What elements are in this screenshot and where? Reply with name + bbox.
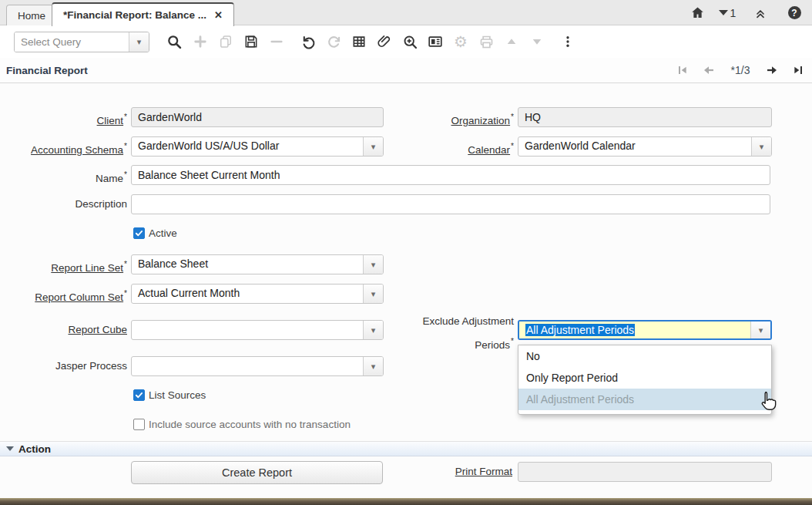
mouse-hand-cursor (758, 390, 778, 413)
last-record-icon[interactable] (790, 62, 806, 78)
select-query-combobox[interactable]: ▾ (14, 32, 149, 52)
client-label: Client* (0, 107, 127, 131)
window-title-bar: Financial Report *1/3 (0, 58, 812, 83)
include-source-accounts-checkbox-label: Include source accounts with no transact… (149, 419, 351, 430)
status-bar (0, 498, 812, 505)
parent-record-icon[interactable] (503, 32, 520, 51)
home-icon[interactable] (684, 0, 710, 25)
window-list-dropdown[interactable]: 1 (710, 0, 744, 25)
include-source-accounts-checkbox[interactable] (133, 419, 145, 430)
name-input[interactable] (131, 165, 770, 185)
report-line-set-combobox[interactable]: Balance Sheet ▾ (131, 254, 384, 274)
chevron-down-icon[interactable]: ▾ (750, 322, 770, 338)
exclude-adjustment-periods-dropdown: No Only Report Period All Adjustment Per… (518, 345, 772, 415)
report-column-set-value: Actual Current Month (132, 284, 363, 303)
action-section-label: Action (18, 443, 51, 455)
active-checkbox[interactable] (133, 227, 145, 239)
select-query-input[interactable] (15, 32, 129, 52)
jasper-process-combobox[interactable]: ▾ (131, 356, 384, 376)
organization-label: Organization* (308, 107, 514, 131)
first-record-icon[interactable] (675, 62, 690, 78)
report-cube-label: Report Cube (0, 320, 127, 340)
chevron-down-icon[interactable]: ▾ (363, 357, 383, 375)
topbar-icons: 1 ? (684, 0, 812, 25)
report-column-set-label: Report Column Set* (0, 284, 127, 308)
collapse-triangle-icon (6, 446, 14, 451)
exclude-adjustment-periods-label: Exclude Adjustment Periods* (308, 311, 514, 355)
dropdown-option-only-report-period[interactable]: Only Report Period (518, 367, 771, 389)
action-section-header[interactable]: Action (0, 441, 812, 456)
record-navigation: *1/3 (675, 58, 806, 82)
help-icon[interactable]: ? (777, 0, 812, 25)
grid-toggle-icon[interactable] (351, 32, 367, 51)
delete-record-icon[interactable] (268, 32, 285, 51)
print-format-label: Print Format (308, 462, 512, 482)
list-sources-checkbox[interactable] (133, 389, 145, 401)
financial-report-window: Home *Financial Report: Balance ... ✕ 1 … (0, 0, 812, 505)
dropdown-option-all-adjustment-periods[interactable]: All Adjustment Periods (518, 389, 771, 410)
toolbar: ▾ (0, 25, 812, 58)
description-input[interactable] (131, 194, 770, 214)
chevron-down-icon[interactable]: ▾ (363, 284, 383, 303)
collapse-header-icon[interactable] (744, 0, 777, 25)
description-label: Description (0, 194, 127, 214)
open-window-count: 1 (730, 7, 737, 19)
save-icon[interactable] (243, 32, 260, 51)
form-content: Client* GardenWorld Organization* HQ Acc… (0, 83, 812, 498)
attachment-icon[interactable] (376, 32, 393, 51)
tab-financial-report-label: *Financial Report: Balance ... (63, 9, 206, 21)
tab-financial-report[interactable]: *Financial Report: Balance ... ✕ (52, 2, 234, 26)
next-record-icon[interactable] (764, 62, 780, 78)
search-icon[interactable] (166, 32, 183, 51)
tab-strip: Home *Financial Report: Balance ... ✕ 1 … (0, 0, 812, 25)
name-label: Name* (0, 165, 127, 189)
active-checkbox-row[interactable]: Active (133, 227, 177, 239)
select-query-chevron-down-icon[interactable]: ▾ (129, 32, 149, 52)
tab-home-label: Home (18, 10, 45, 22)
record-indicator: *1/3 (727, 64, 753, 76)
new-record-icon[interactable] (192, 32, 209, 51)
process-icon[interactable]: ⚙ (452, 32, 469, 51)
chevron-down-icon[interactable]: ▾ (363, 255, 383, 274)
report-line-set-value: Balance Sheet (132, 255, 363, 274)
calendar-combobox[interactable]: GardenWorld Calendar ▾ (518, 136, 772, 157)
exclude-adjustment-periods-value: All Adjustment Periods (519, 322, 750, 338)
print-format-field (518, 462, 772, 482)
print-icon[interactable] (478, 32, 495, 51)
include-source-accounts-checkbox-row[interactable]: Include source accounts with no transact… (133, 419, 351, 430)
tab-home[interactable]: Home (6, 5, 57, 25)
page-title: Financial Report (6, 65, 88, 76)
chevron-down-icon[interactable]: ▾ (751, 137, 771, 156)
organization-field: HQ (518, 107, 772, 127)
previous-record-icon[interactable] (701, 62, 716, 78)
detail-record-icon[interactable] (528, 32, 545, 51)
jasper-process-label: Jasper Process (0, 356, 127, 376)
report-line-set-label: Report Line Set* (0, 254, 127, 278)
dropdown-option-no[interactable]: No (518, 345, 771, 367)
active-checkbox-label: Active (149, 227, 177, 239)
refresh-icon[interactable] (325, 32, 342, 51)
zoom-across-icon[interactable] (401, 32, 418, 51)
report-icon[interactable] (427, 32, 444, 51)
report-column-set-combobox[interactable]: Actual Current Month ▾ (131, 284, 384, 304)
calendar-label: Calendar* (308, 136, 514, 160)
list-sources-checkbox-label: List Sources (149, 389, 206, 401)
jasper-process-value (132, 357, 363, 375)
list-sources-checkbox-row[interactable]: List Sources (133, 389, 206, 401)
tab-close-icon[interactable]: ✕ (214, 10, 223, 20)
more-actions-icon[interactable] (559, 32, 576, 51)
caret-down-icon (719, 10, 728, 15)
exclude-adjustment-periods-combobox[interactable]: All Adjustment Periods ▾ (518, 320, 772, 340)
accounting-schema-label: Accounting Schema* (0, 136, 127, 160)
undo-icon[interactable] (300, 32, 317, 51)
copy-record-icon[interactable] (217, 32, 234, 51)
calendar-value: GardenWorld Calendar (518, 137, 751, 156)
